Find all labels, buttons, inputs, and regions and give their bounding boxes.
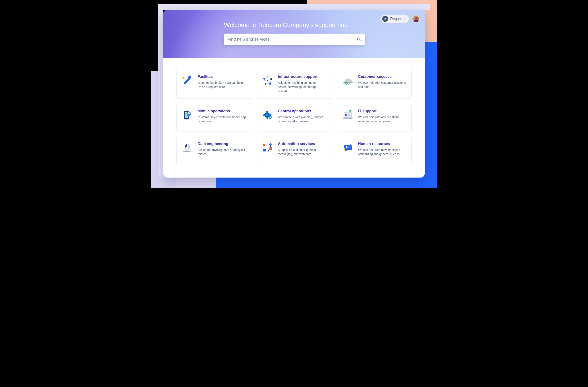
- card-desc: Support for customer queries, messaging,…: [278, 148, 326, 156]
- phone-pin-icon: [181, 109, 193, 121]
- svg-point-41: [185, 147, 186, 149]
- card-desc: We can help with customer accounts and d…: [358, 81, 406, 89]
- svg-point-3: [184, 81, 186, 84]
- page-title: Welcome to Telecom Company's support hub: [224, 21, 365, 29]
- hero: 2 Requests Welcome to Telecom Company's …: [163, 10, 425, 58]
- app-window: 2 Requests Welcome to Telecom Company's …: [163, 10, 425, 178]
- svg-rect-34: [345, 114, 347, 116]
- svg-point-17: [186, 119, 187, 120]
- svg-point-18: [188, 112, 190, 114]
- card-desc: Is something broken? We can help. Raise …: [198, 81, 246, 89]
- network-icon: [261, 75, 274, 87]
- card-data-eng[interactable]: Data engineering Ask us for anything dat…: [176, 137, 251, 164]
- card-central-ops[interactable]: Central operations We can help with plan…: [257, 104, 331, 131]
- svg-point-14: [344, 83, 345, 84]
- laptop-icon: [342, 109, 354, 121]
- card-desc: We can help with new employee onboarding…: [358, 148, 406, 156]
- cloche-icon: [342, 75, 354, 87]
- svg-rect-36: [348, 115, 350, 116]
- microscope-icon: [181, 142, 193, 154]
- requests-label: Requests: [390, 17, 405, 21]
- card-mobile-ops[interactable]: Mobile operations Customer issues with o…: [176, 104, 251, 131]
- card-infrastructure[interactable]: Infrastructure support Ask us for anythi…: [257, 70, 331, 99]
- svg-point-7: [270, 78, 272, 80]
- card-desc: We can help with any questions regarding…: [358, 115, 406, 124]
- card-hr[interactable]: Human resources We can help with new emp…: [337, 137, 412, 164]
- id-card-icon: [342, 142, 354, 154]
- svg-rect-33: [343, 118, 353, 119]
- svg-rect-39: [186, 150, 188, 151]
- svg-rect-46: [270, 147, 272, 150]
- svg-rect-38: [183, 151, 191, 152]
- card-title: Data engineering: [198, 142, 246, 146]
- svg-rect-11: [343, 82, 353, 83]
- card-title: Human resources: [358, 142, 406, 146]
- svg-point-28: [266, 114, 268, 116]
- svg-point-48: [270, 143, 272, 146]
- card-title: Infrastructure support: [278, 75, 326, 79]
- svg-point-12: [348, 78, 349, 79]
- tools-icon: [181, 75, 193, 87]
- card-title: Facilites: [198, 75, 246, 79]
- card-desc: Ask us for anything data or analytics re…: [198, 148, 246, 156]
- svg-point-45: [262, 143, 265, 146]
- svg-point-6: [267, 76, 268, 77]
- card-title: Central operations: [278, 109, 326, 113]
- search-icon: [357, 37, 361, 41]
- svg-point-5: [263, 78, 265, 80]
- svg-rect-35: [348, 114, 350, 115]
- card-title: Mobile operations: [198, 109, 246, 113]
- card-desc: We can help with planning, budget reques…: [278, 115, 326, 124]
- gear-icon: [261, 109, 274, 121]
- svg-rect-40: [185, 143, 188, 147]
- card-automation[interactable]: Automation services Support for customer…: [257, 137, 331, 164]
- card-facilities[interactable]: Facilites Is something broken? We can he…: [176, 70, 251, 99]
- requests-button[interactable]: 2 Requests: [380, 15, 409, 23]
- card-it-support[interactable]: IT support We can help with any question…: [337, 104, 412, 131]
- card-title: Automation services: [278, 142, 326, 146]
- avatar[interactable]: [412, 15, 420, 23]
- svg-marker-49: [268, 149, 269, 152]
- category-grid: Facilites Is something broken? We can he…: [163, 58, 425, 173]
- shapes-icon: [261, 142, 274, 154]
- card-desc: Customer issues with our mobile app or w…: [198, 115, 246, 124]
- svg-point-8: [269, 82, 271, 85]
- svg-rect-4: [182, 77, 185, 79]
- card-desc: Ask us for anything computer, server, ne…: [278, 81, 326, 93]
- card-customer-success[interactable]: Customer success We can help with custom…: [337, 70, 412, 99]
- search-field[interactable]: [224, 34, 365, 45]
- card-title: Customer success: [358, 75, 406, 79]
- svg-point-9: [265, 83, 266, 84]
- svg-point-30: [270, 117, 271, 118]
- svg-point-10: [267, 80, 268, 81]
- requests-count-badge: 2: [382, 16, 388, 22]
- search-input[interactable]: [228, 37, 353, 42]
- svg-line-1: [359, 40, 360, 41]
- card-title: IT support: [358, 109, 406, 113]
- svg-rect-47: [263, 149, 266, 151]
